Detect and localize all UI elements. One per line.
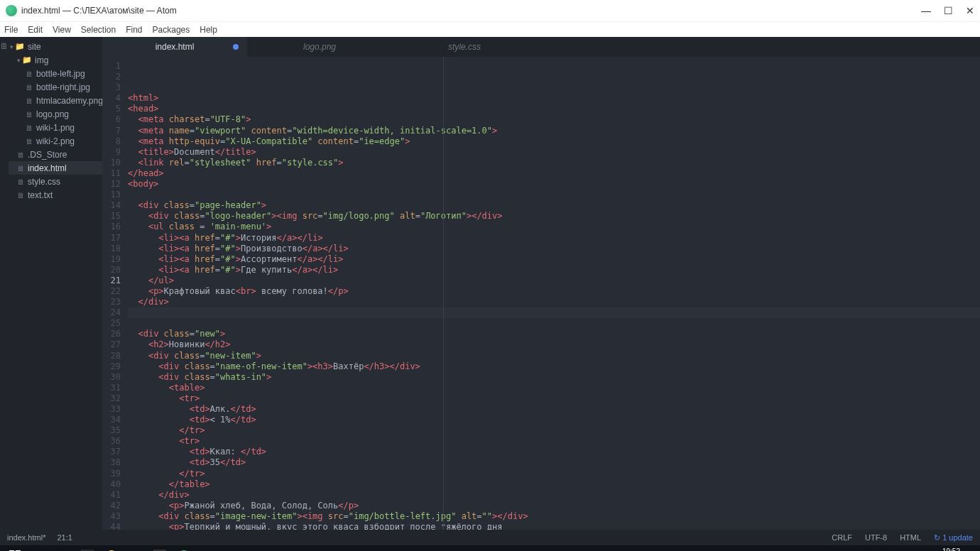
menu-find[interactable]: Find — [126, 25, 142, 35]
maximize-button[interactable]: ☐ — [944, 5, 953, 16]
tree-file[interactable]: 🗎text.txt — [9, 188, 103, 202]
tree-label: style.css — [28, 177, 60, 187]
minimize-button[interactable]: — — [921, 5, 931, 16]
taskbar-app-atom[interactable] — [172, 545, 196, 551]
tree-label: wiki-2.png — [36, 136, 75, 146]
tab-label: style.css — [448, 42, 481, 52]
tree-label: img — [35, 55, 48, 65]
editor-pane: index.html logo.png style.css 1234567891… — [102, 37, 980, 530]
menu-packages[interactable]: Packages — [153, 25, 190, 35]
search-button[interactable] — [27, 545, 51, 551]
menu-file[interactable]: File — [4, 25, 18, 35]
tree-label: logo.png — [36, 109, 69, 119]
file-icon[interactable]: 🗎 — [0, 41, 9, 51]
tab-bar: index.html logo.png style.css — [102, 37, 980, 57]
taskbar-app-explorer[interactable] — [124, 545, 148, 551]
window-controls: — ☐ ✕ — [921, 5, 974, 16]
window-titlebar: index.html — C:\ЛЕХА\атом\site — Atom — … — [0, 0, 980, 21]
tree-file[interactable]: 🗎bottle-left.jpg — [9, 67, 103, 80]
wrap-guide — [443, 57, 444, 530]
menu-help[interactable]: Help — [200, 25, 217, 35]
tree-label: .DS_Store — [28, 150, 67, 160]
tray-clock[interactable]: 19:52 23.02.2017 — [925, 547, 960, 551]
menu-view[interactable]: View — [53, 25, 71, 35]
taskview-button[interactable] — [51, 545, 75, 551]
status-lang[interactable]: HTML — [900, 533, 921, 542]
main-area: 🗎 ▾📁site ▾📁img 🗎bottle-left.jpg 🗎bottle-… — [0, 37, 980, 530]
taskbar-app-wot[interactable] — [148, 545, 172, 551]
windows-taskbar: PC >_ ˄ ⋔ 🔊 РУС 19:52 23.02.2017 ▭ — [0, 545, 980, 551]
taskbar-app-pycharm[interactable]: PC — [75, 545, 99, 551]
line-number-gutter: 1234567891011121314151617181920212223242… — [102, 57, 128, 530]
file-tree[interactable]: ▾📁site ▾📁img 🗎bottle-left.jpg 🗎bottle-ri… — [9, 37, 103, 530]
tree-file[interactable]: 🗎logo.png — [9, 107, 103, 121]
tray-time: 19:52 — [925, 547, 960, 551]
tree-file[interactable]: 🗎style.css — [9, 175, 103, 188]
menu-selection[interactable]: Selection — [81, 25, 116, 35]
status-encoding[interactable]: UTF-8 — [865, 533, 887, 542]
tab-label: index.html — [156, 42, 195, 52]
atom-app-icon — [6, 5, 17, 16]
tab-logo-png[interactable]: logo.png — [247, 37, 392, 57]
start-button[interactable] — [3, 545, 27, 551]
status-cursor[interactable]: 21:1 — [57, 533, 72, 542]
code-area[interactable]: 1234567891011121314151617181920212223242… — [102, 57, 980, 530]
menu-bar: File Edit View Selection Find Packages H… — [0, 21, 980, 37]
modified-dot-icon — [233, 44, 239, 50]
tab-style-css[interactable]: style.css — [392, 37, 537, 57]
status-updates[interactable]: ↻ 1 update — [934, 533, 973, 542]
status-updates-label: 1 update — [942, 533, 973, 542]
close-button[interactable]: ✕ — [966, 5, 974, 16]
status-bar: index.html* 21:1 CRLF UTF-8 HTML ↻ 1 upd… — [0, 530, 980, 545]
code-content[interactable]: <html><head> <meta charset="UTF-8"> <met… — [128, 57, 980, 530]
tree-label: bottle-left.jpg — [36, 69, 85, 79]
window-title: index.html — C:\ЛЕХА\атом\site — Atom — [21, 6, 177, 16]
sidebar-gutter: 🗎 — [0, 37, 9, 530]
tree-file[interactable]: 🗎wiki-1.png — [9, 121, 103, 134]
tree-folder-img[interactable]: ▾📁img — [9, 53, 103, 67]
tree-folder-site[interactable]: ▾📁site — [9, 40, 103, 53]
menu-edit[interactable]: Edit — [28, 25, 43, 35]
tree-label: site — [28, 42, 41, 52]
tree-label: index.html — [28, 163, 67, 173]
tree-label: text.txt — [28, 190, 53, 200]
tree-file-selected[interactable]: 🗎index.html — [9, 161, 103, 175]
system-tray: ˄ ⋔ 🔊 РУС 19:52 23.02.2017 ▭ — [866, 547, 977, 551]
tree-label: wiki-1.png — [36, 123, 75, 133]
tree-file[interactable]: 🗎.DS_Store — [9, 148, 103, 161]
tree-file[interactable]: 🗎htmlacademy.png — [9, 94, 103, 107]
tab-index-html[interactable]: index.html — [102, 37, 247, 57]
taskbar-app-chrome[interactable] — [99, 545, 124, 551]
tree-label: htmlacademy.png — [36, 96, 103, 106]
sidebar: 🗎 ▾📁site ▾📁img 🗎bottle-left.jpg 🗎bottle-… — [0, 37, 102, 530]
tree-file[interactable]: 🗎bottle-right.jpg — [9, 80, 103, 94]
tree-file[interactable]: 🗎wiki-2.png — [9, 134, 103, 148]
status-filename[interactable]: index.html* — [7, 533, 45, 542]
tree-label: bottle-right.jpg — [36, 82, 90, 92]
taskbar-app-terminal[interactable]: >_ — [196, 545, 220, 551]
tab-label: logo.png — [303, 42, 336, 52]
status-eol[interactable]: CRLF — [832, 533, 852, 542]
